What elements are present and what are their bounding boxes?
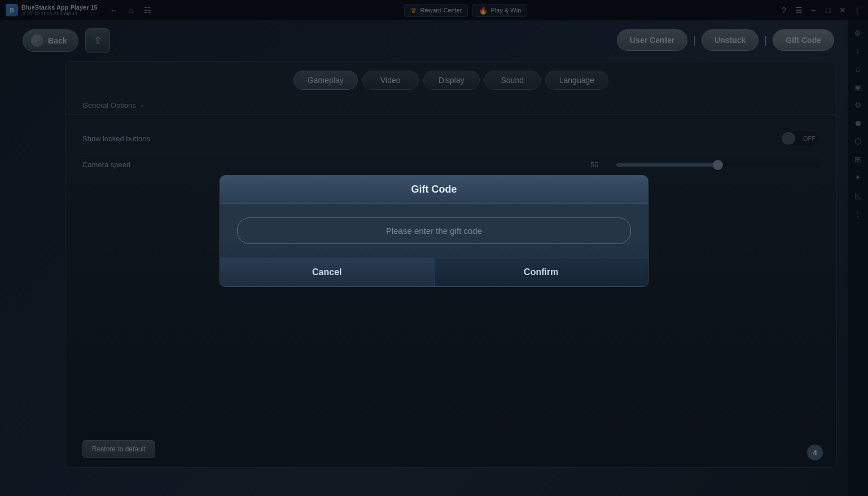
modal-header: Gift Code — [220, 176, 648, 204]
modal-confirm-button[interactable]: Confirm — [435, 258, 648, 286]
modal-footer: Cancel Confirm — [220, 258, 648, 286]
modal-title: Gift Code — [411, 184, 457, 195]
modal-overlay: Gift Code Cancel Confirm — [0, 0, 868, 496]
gift-code-input[interactable] — [237, 217, 631, 244]
modal-cancel-button[interactable]: Cancel — [220, 258, 435, 286]
gift-code-modal: Gift Code Cancel Confirm — [220, 175, 648, 287]
modal-body — [220, 204, 648, 244]
